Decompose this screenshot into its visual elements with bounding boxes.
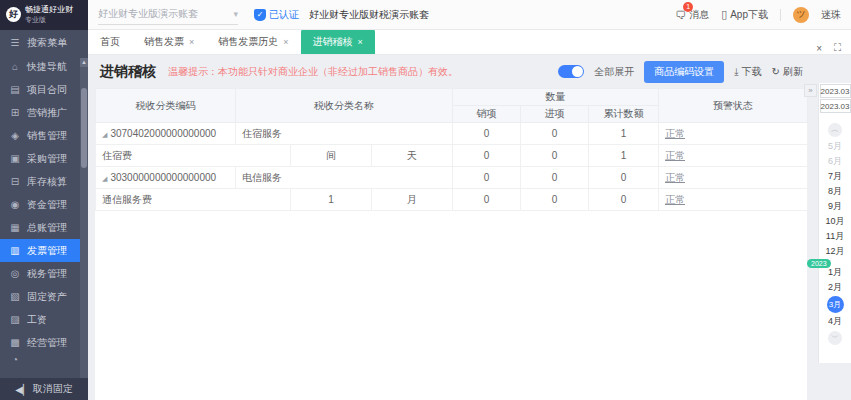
sidebar-item-quick-nav[interactable]: ⌂ 快捷导航	[0, 55, 88, 78]
sidebar-item-partial[interactable]: ◔	[0, 354, 88, 365]
sidebar-item-tax[interactable]: ◎ 税务管理	[0, 262, 88, 285]
month-item[interactable]: 4月	[828, 314, 842, 329]
refresh-icon: ↻	[772, 66, 780, 77]
close-icon[interactable]: ×	[283, 37, 288, 47]
output-qty-cell: 0	[453, 189, 521, 211]
messages-button[interactable]: 🗨 消息 1	[675, 8, 709, 22]
scroll-months-down-icon[interactable]: ﹀	[828, 331, 842, 345]
sidebar-item-label: 销售管理	[27, 129, 67, 143]
marketing-icon: ⊞	[9, 107, 21, 118]
expand-icon[interactable]: ◢	[102, 131, 107, 138]
table-row[interactable]: 住宿费 间 天 0 0 1 正常	[96, 145, 808, 167]
sidebar: ☰ 搜索菜单 ⌂ 快捷导航 ▤ 项目合同 ⊞ 营销推广 ◈ 销售管理 ▣ 采购管…	[0, 30, 88, 400]
scroll-up-icon[interactable]: ▲	[80, 58, 88, 67]
sidebar-item-fixed-assets[interactable]: ▧ 固定资产	[0, 285, 88, 308]
refresh-button[interactable]: ↻ 刷新	[772, 65, 803, 79]
product-code-settings-button[interactable]: 商品编码设置	[644, 61, 724, 83]
expand-all-toggle[interactable]	[558, 65, 584, 78]
status-cell: 正常	[659, 189, 808, 211]
sidebar-item-general-ledger[interactable]: ▦ 总账管理	[0, 216, 88, 239]
tab-label: 销售发票	[144, 35, 184, 49]
month-item[interactable]: 2月	[828, 280, 842, 295]
app-download-button[interactable]: ▯ App下载	[721, 8, 768, 22]
sidebar-item-label: 经营管理	[27, 336, 67, 350]
sidebar-item-search-menu[interactable]: ☰ 搜索菜单	[0, 30, 88, 55]
unit1-cell: 间	[291, 145, 372, 167]
sidebar-item-invoice[interactable]: ▥ 发票管理	[0, 239, 88, 262]
scroll-months-up-icon[interactable]: ︿	[828, 123, 842, 137]
code-cell: ◢3030000000000000000	[96, 167, 236, 189]
home-icon: ⌂	[9, 61, 21, 72]
month-item[interactable]: 10月	[825, 214, 844, 229]
top-bar: 好 畅捷通好业财 专业版 好业财专业版演示账套 ▾ ✓ 已认证 好业财专业版财税…	[0, 0, 851, 30]
collapse-rail-icon[interactable]: »	[804, 84, 817, 97]
input-qty-cell: 0	[521, 189, 589, 211]
name-cell: 住宿服务	[236, 123, 453, 145]
sidebar-item-marketing[interactable]: ⊞ 营销推广	[0, 101, 88, 124]
month-item[interactable]: 9月	[828, 199, 842, 214]
month-item[interactable]: 11月	[826, 229, 844, 244]
unpin-sidebar-button[interactable]: ◀▏ 取消固定	[0, 378, 88, 400]
status-link[interactable]: 正常	[665, 172, 685, 183]
scrollbar-thumb[interactable]	[81, 88, 87, 168]
close-icon[interactable]: ×	[358, 37, 363, 47]
sidebar-menu: ⌂ 快捷导航 ▤ 项目合同 ⊞ 营销推广 ◈ 销售管理 ▣ 采购管理 ⊟ 库存核…	[0, 55, 88, 365]
close-icon[interactable]: ×	[189, 37, 194, 47]
avatar[interactable]: ツ	[793, 7, 809, 23]
table-row[interactable]: 通信服务费 1 月 0 0 0 正常	[96, 189, 808, 211]
period-start-box[interactable]: 2023.03	[820, 84, 851, 98]
month-item[interactable]: 12月	[825, 244, 844, 259]
sidebar-item-label: 采购管理	[27, 152, 67, 166]
sidebar-item-funds[interactable]: ◉ 资金管理	[0, 193, 88, 216]
sidebar-item-sales[interactable]: ◈ 销售管理	[0, 124, 88, 147]
month-item[interactable]: 8月	[828, 184, 842, 199]
download-button[interactable]: ⤓ 下载	[734, 65, 761, 79]
name-cell: 住宿费	[96, 145, 291, 167]
month-item[interactable]: 7月	[828, 169, 842, 184]
gear-icon: ◔	[9, 354, 21, 365]
sidebar-scrollbar[interactable]: ▲ ▼	[80, 58, 88, 400]
tab-label: 销售发票历史	[218, 35, 278, 49]
status-link[interactable]: 正常	[665, 128, 685, 139]
col-header-input: 进项	[521, 106, 589, 123]
unit2-cell: 天	[372, 145, 453, 167]
tab-sales-invoice[interactable]: 销售发票 ×	[132, 29, 206, 54]
period-end-box[interactable]: 2023.03	[820, 99, 851, 113]
year-badge: 2023	[807, 259, 831, 268]
account-set-select[interactable]: 好业财专业版演示账套 ▾	[98, 5, 238, 25]
sidebar-item-salary[interactable]: ▨ 工资	[0, 308, 88, 331]
status-link[interactable]: 正常	[665, 194, 685, 205]
expand-icon[interactable]: ◢	[102, 175, 107, 182]
unit2-cell: 月	[372, 189, 453, 211]
table-row[interactable]: ◢3030000000000000000 电信服务 0 0 0 正常	[96, 167, 808, 189]
sidebar-item-project-contract[interactable]: ▤ 项目合同	[0, 78, 88, 101]
output-qty-cell: 0	[453, 145, 521, 167]
input-qty-cell: 0	[521, 167, 589, 189]
table-row[interactable]: ◢3070402000000000000 住宿服务 0 0 1 正常	[96, 123, 808, 145]
tab-sales-invoice-history[interactable]: 销售发票历史 ×	[206, 29, 300, 54]
name-cell: 电信服务	[236, 167, 453, 189]
tab-purchase-sales-audit[interactable]: 进销稽核 ×	[301, 29, 375, 54]
sidebar-item-label: 税务管理	[27, 267, 67, 281]
page-header: 进销稽核 温馨提示：本功能只针对商业企业（非经过加工销售商品）有效。 全部展开 …	[88, 55, 851, 88]
fullscreen-icon[interactable]: ⛶	[834, 42, 841, 54]
unit1-cell: 1	[291, 189, 372, 211]
sidebar-item-operations[interactable]: ▩ 经营管理	[0, 331, 88, 354]
month-item: 5月	[828, 139, 842, 154]
audit-table-card: 税收分类编码 税收分类名称 数量 预警状态 销项 进项 累计数额 ◢307040…	[95, 88, 807, 400]
close-window-icon[interactable]: ×	[816, 43, 822, 54]
output-qty-cell: 0	[453, 167, 521, 189]
sidebar-item-purchase[interactable]: ▣ 采购管理	[0, 147, 88, 170]
month-item: 6月	[828, 154, 842, 169]
operations-icon: ▩	[9, 337, 21, 348]
sidebar-item-label: 库存核算	[27, 175, 67, 189]
sidebar-item-inventory[interactable]: ⊟ 库存核算	[0, 170, 88, 193]
tab-home[interactable]: 首页	[88, 29, 132, 54]
col-header-total: 累计数额	[589, 106, 659, 123]
month-item[interactable]: 1月	[828, 265, 842, 280]
username[interactable]: 迷珠	[821, 8, 841, 22]
expand-all-label: 全部展开	[594, 65, 634, 79]
status-link[interactable]: 正常	[665, 150, 685, 161]
download-icon: ⤓	[734, 66, 738, 78]
month-item-selected[interactable]: 3月	[827, 296, 844, 313]
